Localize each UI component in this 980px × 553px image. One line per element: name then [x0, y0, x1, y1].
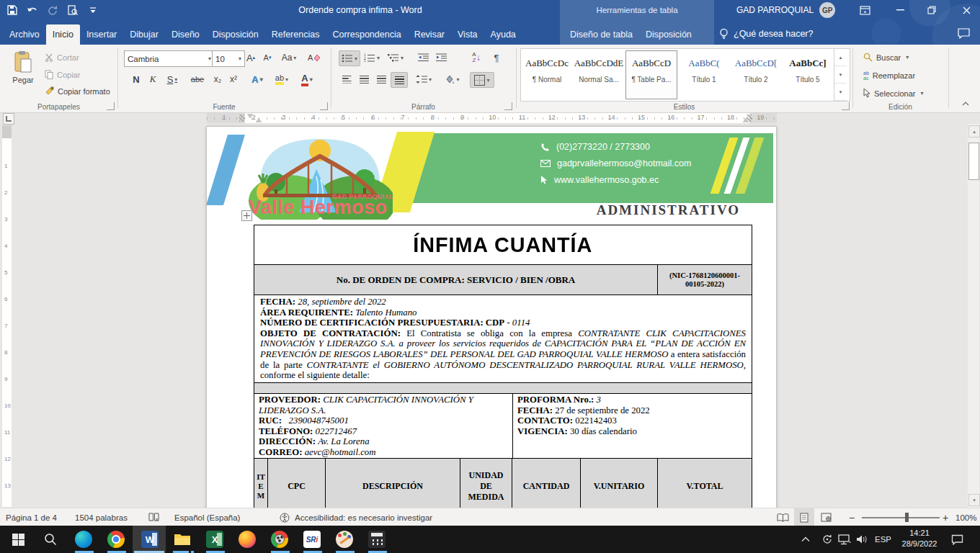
cut-button[interactable]: Cortar: [45, 53, 79, 62]
chrome-profile-icon[interactable]: [270, 530, 289, 549]
tab-ayuda[interactable]: Ayuda: [484, 24, 522, 45]
clock[interactable]: 14:21 28/9/2022: [898, 528, 941, 549]
tab-insertar[interactable]: Insertar: [80, 24, 123, 45]
document-page[interactable]: GAD PARROQUIAL Valle Hermoso (02)2773220…: [207, 127, 776, 508]
style-titulo-1[interactable]: AaBbC(Título 1: [679, 50, 729, 99]
scrollbar-thumb[interactable]: [968, 143, 979, 180]
styles-scroll-up[interactable]: ▴: [834, 49, 847, 66]
sri-icon[interactable]: SRi: [303, 530, 321, 549]
scroll-down-button[interactable]: ▾: [968, 494, 980, 506]
font-name-combo[interactable]: Cambria▾: [124, 50, 215, 67]
horizontal-ruler[interactable]: 12345678910111213141516171819: [207, 113, 777, 123]
first-line-indent-marker[interactable]: [247, 114, 253, 118]
network-icon[interactable]: [838, 526, 851, 553]
scroll-up-button[interactable]: ▴: [968, 125, 980, 138]
styles-scroll-down[interactable]: ▾: [834, 66, 847, 84]
taskbar-search-button[interactable]: [41, 530, 60, 549]
chrome-icon[interactable]: [107, 530, 125, 549]
style-table-paragraph[interactable]: AaBbCcD¶ Table Pa...: [625, 50, 677, 99]
tab-dibujar[interactable]: Dibujar: [123, 24, 165, 45]
underline-button[interactable]: S▾: [163, 72, 182, 86]
style-normal-sa[interactable]: AaBbCcDdENormal Sa...: [574, 50, 624, 99]
show-marks-button[interactable]: ¶: [490, 50, 503, 65]
numbering-button[interactable]: 123 ▾: [362, 50, 382, 65]
bullets-button[interactable]: ▾: [339, 50, 360, 66]
start-button[interactable]: [9, 530, 27, 549]
volume-icon[interactable]: [856, 526, 868, 553]
subscript-button[interactable]: x₂: [210, 72, 225, 86]
file-explorer-icon[interactable]: [173, 530, 192, 549]
tab-diseno-de-tabla[interactable]: Diseño de tabla: [564, 24, 639, 45]
tab-revisar[interactable]: Revisar: [408, 24, 451, 45]
text-effects-button[interactable]: A▾: [248, 72, 267, 86]
grow-font-button[interactable]: A▴: [244, 50, 258, 65]
word-count[interactable]: 1504 palabras: [75, 508, 128, 526]
font-color-button[interactable]: A▾: [297, 72, 317, 86]
zoom-slider-thumb[interactable]: [905, 513, 909, 522]
customize-qat-button[interactable]: [86, 4, 99, 17]
style-titulo-2[interactable]: AaBbCcD[Título 2: [731, 50, 781, 99]
tab-correspondencia[interactable]: Correspondencia: [326, 24, 407, 45]
hanging-indent-marker[interactable]: [256, 118, 262, 122]
styles-dialog-launcher[interactable]: [842, 102, 850, 110]
ribbon-display-options-button[interactable]: [852, 0, 877, 20]
sort-button[interactable]: AZ ↓: [467, 50, 486, 65]
zoom-level[interactable]: 100%: [956, 508, 976, 526]
tray-chevron[interactable]: [801, 526, 810, 553]
replace-button[interactable]: abac Reemplazar: [863, 71, 915, 81]
font-size-combo[interactable]: 10▾: [212, 50, 245, 67]
right-indent-marker[interactable]: [743, 118, 749, 122]
decrease-indent-button[interactable]: [415, 50, 431, 65]
language-indicator[interactable]: ESP: [875, 526, 891, 553]
undo-button[interactable]: [26, 4, 39, 17]
italic-button[interactable]: K: [146, 72, 159, 86]
clipboard-dialog-launcher[interactable]: [107, 102, 115, 110]
align-center-button[interactable]: [356, 72, 372, 86]
action-center-button[interactable]: [951, 526, 963, 553]
avatar[interactable]: GP: [819, 2, 835, 18]
close-button[interactable]: [953, 0, 980, 20]
find-button[interactable]: Buscar▾: [863, 53, 909, 62]
tab-selector[interactable]: [3, 113, 14, 125]
superscript-button[interactable]: x²: [226, 72, 241, 86]
style-titulo-5[interactable]: AaBbCc]Título 5: [783, 50, 833, 99]
proofing-status[interactable]: [148, 508, 159, 526]
tab-vista[interactable]: Vista: [451, 24, 484, 45]
repeat-button[interactable]: [46, 4, 59, 17]
account-area[interactable]: GAD PARROQUIAL GP: [736, 0, 835, 20]
excel-icon[interactable]: X: [205, 530, 224, 549]
align-left-button[interactable]: [339, 72, 355, 86]
bold-button[interactable]: N: [130, 72, 143, 86]
language-status[interactable]: Español (España): [174, 508, 240, 526]
accessibility-status[interactable]: Accesibilidad: es necesario investigar: [280, 508, 432, 526]
tell-me-box[interactable]: ¿Qué desea hacer?: [719, 24, 814, 43]
tab-archivo[interactable]: Archivo: [3, 24, 46, 45]
line-spacing-button[interactable]: ▾: [414, 72, 434, 86]
tab-inicio[interactable]: Inicio: [46, 24, 80, 45]
style-normal[interactable]: AaBbCcDc¶ Normal: [522, 50, 572, 99]
multilevel-list-button[interactable]: ▾: [385, 50, 406, 65]
calculator-icon[interactable]: [368, 530, 386, 549]
web-layout-button[interactable]: [816, 508, 836, 526]
shrink-font-button[interactable]: A▾: [260, 50, 275, 65]
page-count[interactable]: Página 1 de 4: [6, 508, 57, 526]
minimize-button[interactable]: [888, 0, 912, 20]
zoom-in-button[interactable]: +: [943, 508, 948, 526]
tab-diseno[interactable]: Diseño: [165, 24, 206, 45]
paragraph-dialog-launcher[interactable]: [504, 102, 512, 110]
edge-icon[interactable]: [74, 530, 93, 549]
strikethrough-button[interactable]: abe: [187, 72, 208, 86]
align-right-button[interactable]: [373, 72, 389, 86]
paste-button[interactable]: Pegar: [7, 50, 39, 84]
change-case-button[interactable]: Aa▾: [280, 50, 298, 65]
print-layout-button[interactable]: [794, 508, 814, 526]
tab-disposicion[interactable]: Disposición: [206, 24, 265, 45]
paint-icon[interactable]: [335, 530, 354, 549]
firefox-icon[interactable]: [238, 530, 257, 549]
clear-formatting-button[interactable]: A: [306, 50, 323, 65]
borders-button[interactable]: ▾: [470, 72, 494, 88]
increase-indent-button[interactable]: [433, 50, 449, 65]
highlight-button[interactable]: ab▾: [271, 72, 293, 86]
styles-more-button[interactable]: ▾: [834, 84, 847, 101]
vertical-ruler[interactable]: 12345678910111213: [2, 125, 12, 507]
